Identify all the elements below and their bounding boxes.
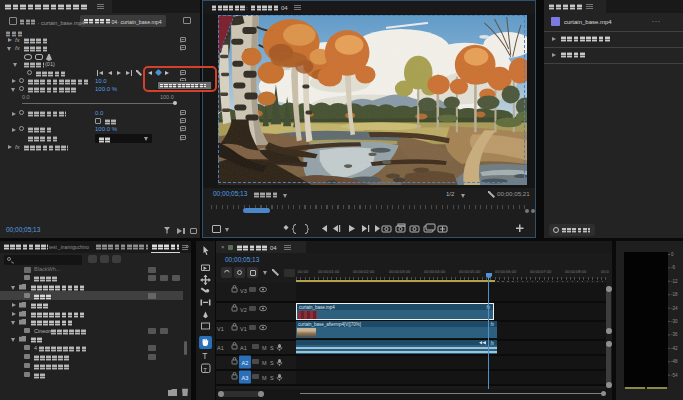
svg-text:-48: -48 <box>671 359 678 364</box>
svg-text:-54: -54 <box>671 373 678 378</box>
svg-text:V3: V3 <box>240 288 247 294</box>
svg-text:-36: -36 <box>671 332 678 337</box>
svg-text:-12: -12 <box>671 279 678 284</box>
svg-text:M: M <box>262 360 267 366</box>
svg-text:T: T <box>202 351 207 361</box>
svg-text:A1: A1 <box>240 345 247 351</box>
svg-text:S: S <box>270 375 274 381</box>
svg-text:-42: -42 <box>671 346 678 351</box>
svg-text:V2: V2 <box>240 307 247 313</box>
svg-text:-6: -6 <box>671 265 675 270</box>
svg-text:S: S <box>270 360 274 366</box>
svg-text:A2: A2 <box>242 360 249 366</box>
svg-text:V1: V1 <box>240 326 247 332</box>
svg-text:-24: -24 <box>671 306 678 311</box>
svg-text:V1: V1 <box>217 326 224 332</box>
svg-text:A1: A1 <box>217 345 224 351</box>
svg-text:M: M <box>262 375 267 381</box>
svg-text:0: 0 <box>671 252 674 257</box>
svg-text:A3: A3 <box>242 375 249 381</box>
svg-text:S: S <box>270 345 274 351</box>
svg-text:-18: -18 <box>671 292 678 297</box>
svg-text:-30: -30 <box>671 319 678 324</box>
svg-text:M: M <box>262 345 267 351</box>
svg-text:T: T <box>203 367 207 373</box>
